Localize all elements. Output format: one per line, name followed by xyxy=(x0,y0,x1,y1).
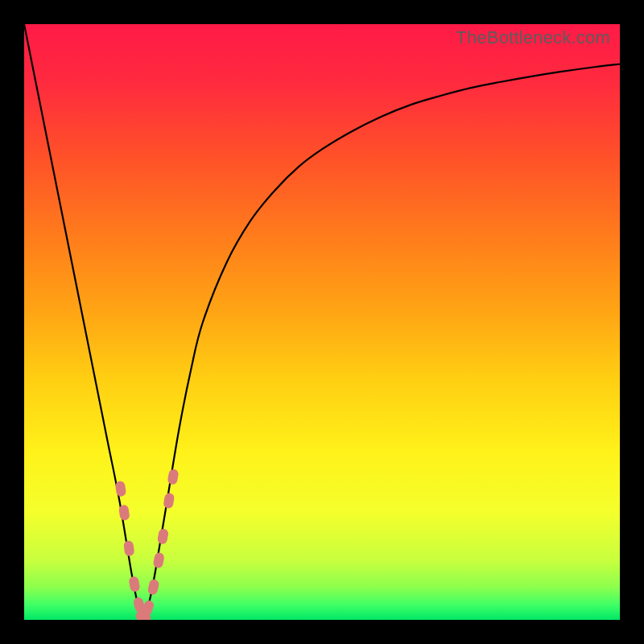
plot-area: TheBottleneck.com xyxy=(24,24,620,620)
marker-point xyxy=(163,493,175,510)
curve-layer xyxy=(24,24,620,620)
marker-point xyxy=(147,579,160,596)
bottleneck-curve xyxy=(24,24,620,620)
marker-point xyxy=(128,576,140,592)
marker-point xyxy=(157,528,169,545)
marker-point xyxy=(115,481,127,497)
marker-point xyxy=(153,552,165,569)
marker-point xyxy=(167,469,179,485)
watermark-text: TheBottleneck.com xyxy=(456,27,610,48)
chart-frame: TheBottleneck.com xyxy=(0,0,644,644)
marker-point xyxy=(123,540,135,556)
marker-point xyxy=(118,505,130,521)
